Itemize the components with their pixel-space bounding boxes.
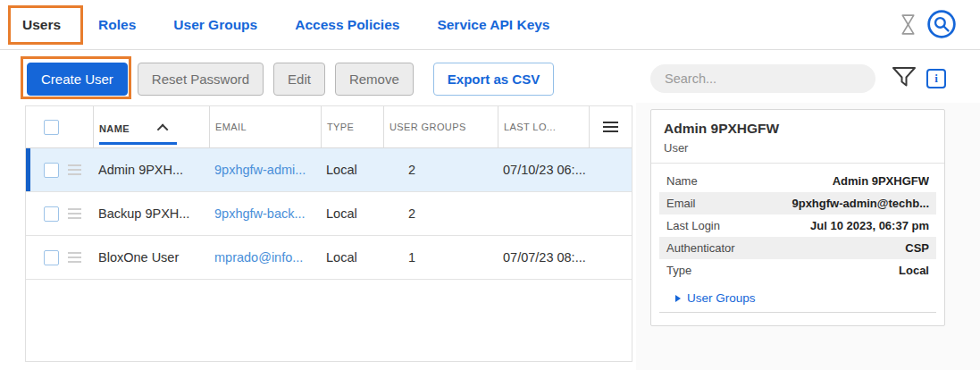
tab-service-api-keys[interactable]: Service API Keys xyxy=(437,17,549,33)
cell-email-link[interactable]: mprado@info... xyxy=(209,250,321,265)
global-search-icon[interactable] xyxy=(926,9,957,43)
column-header-last-login[interactable]: LAST LO... xyxy=(498,106,589,147)
user-detail-card: Admin 9PXHGFW User Name Admin 9PXHGFW Em… xyxy=(650,109,945,326)
cell-user-groups: 1 xyxy=(383,250,498,265)
drag-handle-icon[interactable] xyxy=(68,169,81,171)
cell-type: Local xyxy=(321,250,383,265)
detail-field-type: Type Local xyxy=(659,259,936,282)
drag-handle-icon[interactable] xyxy=(68,213,81,214)
create-user-button[interactable]: Create User xyxy=(27,63,128,96)
info-icon[interactable]: i xyxy=(926,69,946,88)
filter-funnel-icon[interactable] xyxy=(891,66,917,91)
users-table: NAME EMAIL TYPE USER GROUPS LAST LO... A… xyxy=(25,105,632,362)
detail-field-last-login: Last Login Jul 10 2023, 06:37 pm xyxy=(659,214,936,237)
user-groups-expand-link[interactable]: User Groups xyxy=(659,283,936,313)
column-menu-button[interactable] xyxy=(589,106,632,147)
table-row[interactable]: Backup 9PXH... 9pxhgfw-back... Local 2 xyxy=(26,192,632,236)
select-all-cell xyxy=(26,106,93,147)
sort-ascending-icon xyxy=(157,124,169,136)
row-checkbox[interactable] xyxy=(44,250,59,265)
cell-type: Local xyxy=(321,163,383,177)
column-header-name[interactable]: NAME xyxy=(93,106,209,147)
tab-users[interactable]: Users xyxy=(22,17,61,33)
search-input[interactable] xyxy=(650,64,875,93)
detail-panel-area: Admin 9PXHGFW User Name Admin 9PXHGFW Em… xyxy=(636,103,980,370)
table-header-row: NAME EMAIL TYPE USER GROUPS LAST LO... xyxy=(26,106,632,148)
column-header-type[interactable]: TYPE xyxy=(321,106,383,147)
column-header-user-groups[interactable]: USER GROUPS xyxy=(383,106,498,147)
tab-user-groups[interactable]: User Groups xyxy=(173,17,257,33)
tab-bar: Users Roles User Groups Access Policies … xyxy=(0,0,980,50)
select-all-checkbox[interactable] xyxy=(44,120,59,135)
cell-name: BloxOne User xyxy=(93,250,209,265)
table-row[interactable]: Admin 9PXH... 9pxhgfw-admi... Local 2 07… xyxy=(26,148,632,192)
detail-field-name: Name Admin 9PXHGFW xyxy=(659,170,936,192)
row-checkbox[interactable] xyxy=(44,206,59,222)
detail-field-authenticator: Authenticator CSP xyxy=(659,237,936,259)
topbar-icons xyxy=(899,9,957,43)
cell-email-link[interactable]: 9pxhgfw-back... xyxy=(209,206,321,221)
table-row[interactable]: BloxOne User mprado@info... Local 1 07/0… xyxy=(26,236,632,280)
export-csv-button[interactable]: Export as CSV xyxy=(433,63,554,96)
tab-roles[interactable]: Roles xyxy=(98,17,136,33)
cell-user-groups: 2 xyxy=(383,163,498,177)
detail-field-email: Email 9pxhgfw-admin@techb... xyxy=(659,192,936,214)
cell-last-login: 07/07/23 08:... xyxy=(498,250,589,265)
drag-handle-icon[interactable] xyxy=(68,256,81,258)
cell-type: Local xyxy=(321,206,383,221)
cell-email-link[interactable]: 9pxhgfw-admi... xyxy=(209,163,321,177)
remove-button[interactable]: Remove xyxy=(335,63,414,96)
reset-password-button[interactable]: Reset Password xyxy=(138,63,264,96)
detail-fields: Name Admin 9PXHGFW Email 9pxhgfw-admin@t… xyxy=(659,170,936,282)
expand-triangle-icon xyxy=(675,295,681,302)
row-checkbox[interactable] xyxy=(44,163,59,178)
toolbar: Create User Reset Password Edit Remove E… xyxy=(27,63,554,96)
cell-last-login: 07/10/23 06:... xyxy=(498,163,589,177)
tab-access-policies[interactable]: Access Policies xyxy=(295,17,399,33)
detail-subtitle: User xyxy=(664,141,932,155)
cell-user-groups: 2 xyxy=(383,206,498,221)
cell-name: Admin 9PXH... xyxy=(93,163,209,177)
hourglass-icon xyxy=(899,13,917,40)
hamburger-menu-icon xyxy=(603,126,618,129)
edit-button[interactable]: Edit xyxy=(273,63,325,96)
column-header-email[interactable]: EMAIL xyxy=(209,106,321,147)
detail-title: Admin 9PXHGFW xyxy=(664,121,932,137)
cell-name: Backup 9PXH... xyxy=(93,206,209,221)
